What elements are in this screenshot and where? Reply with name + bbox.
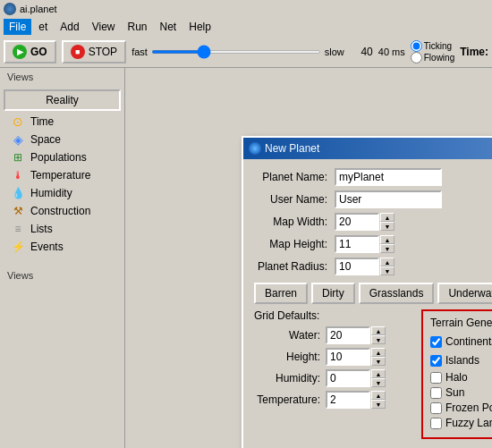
menu-help[interactable]: Help [183, 19, 216, 35]
menu-bar: File et Add View Run Net Help [0, 18, 492, 36]
water-input[interactable] [326, 326, 370, 344]
sidebar-item-time[interactable]: ⊙ Time [4, 113, 121, 131]
views-title: Views [0, 68, 124, 86]
underwater-button[interactable]: Underwater [437, 283, 492, 304]
water-down[interactable]: ▼ [371, 335, 386, 344]
barren-button[interactable]: Barren [254, 283, 308, 304]
map-width-spinners: ▲ ▼ [380, 213, 394, 231]
halo-checkbox[interactable] [430, 372, 442, 384]
sidebar-item-construction[interactable]: ⚒ Construction [4, 202, 121, 220]
map-height-input[interactable] [335, 235, 379, 253]
water-up[interactable]: ▲ [371, 326, 386, 335]
temperature-row: Temperature: ▲ ▼ [254, 391, 412, 409]
planet-radius-down[interactable]: ▼ [380, 266, 394, 275]
height-input[interactable] [326, 348, 370, 366]
lists-icon: ≡ [11, 222, 25, 236]
menu-et[interactable]: et [33, 19, 53, 35]
continents-checkbox[interactable] [430, 336, 442, 348]
construction-icon: ⚒ [11, 204, 25, 218]
planet-name-input[interactable] [335, 168, 442, 186]
populations-icon: ⊞ [11, 150, 25, 165]
sidebar-views-section: Views [0, 266, 124, 284]
sidebar-space-label: Space [30, 133, 61, 146]
content-area: New Planet ─ □ ✕ Planet Name: User Name: [125, 68, 492, 448]
user-name-input[interactable] [335, 190, 442, 208]
terrain-gen-title: Terrain Generation: [430, 317, 492, 329]
map-width-input[interactable] [335, 213, 379, 231]
humidity-down[interactable]: ▼ [371, 378, 386, 387]
sidebar: Views Reality ⊙ Time ◈ Space ⊞ Populatio… [0, 68, 125, 448]
map-width-label: Map Width: [254, 216, 335, 228]
speed-slider[interactable] [151, 50, 321, 54]
sidebar-item-humidity[interactable]: 💧 Humidity [4, 184, 121, 202]
continents-row: Continents ▲ ▼ [430, 334, 492, 350]
menu-view[interactable]: View [87, 19, 121, 35]
temperature-icon: 🌡 [11, 168, 25, 182]
main-layout: Views Reality ⊙ Time ◈ Space ⊞ Populatio… [0, 68, 492, 448]
sidebar-reality-section: Reality ⊙ Time ◈ Space ⊞ Populations 🌡 T… [4, 89, 121, 256]
planet-name-row: Planet Name: [254, 168, 492, 186]
planet-radius-label: Planet Radius: [254, 260, 335, 273]
reality-label: Reality [4, 89, 121, 111]
humidity-input[interactable] [326, 369, 370, 387]
planet-radius-up[interactable]: ▲ [380, 258, 394, 266]
space-icon: ◈ [11, 132, 25, 147]
water-row: Water: ▲ ▼ [254, 326, 412, 344]
speed-slow-label: slow [325, 46, 344, 57]
humidity-up[interactable]: ▲ [371, 369, 386, 378]
stop-icon: ■ [71, 45, 85, 59]
dirty-button[interactable]: Dirty [311, 283, 355, 304]
go-button[interactable]: ▶ GO [4, 40, 56, 63]
temperature-down[interactable]: ▼ [371, 400, 386, 409]
humidity-spinners: ▲ ▼ [371, 369, 386, 387]
sidebar-time-label: Time [30, 115, 54, 128]
height-up[interactable]: ▲ [371, 348, 386, 357]
height-spin: ▲ ▼ [326, 348, 386, 366]
fuzzy-land-checkbox[interactable] [430, 418, 442, 429]
ticking-radio[interactable] [411, 40, 422, 52]
title-bar: ai.planet [0, 0, 492, 18]
map-height-down[interactable]: ▼ [380, 244, 394, 253]
planet-radius-spinners: ▲ ▼ [380, 258, 394, 275]
temperature-up[interactable]: ▲ [371, 391, 386, 400]
map-height-up[interactable]: ▲ [380, 235, 394, 244]
temperature-input[interactable] [326, 391, 370, 409]
water-spin: ▲ ▼ [326, 326, 386, 344]
grasslands-button[interactable]: Grasslands [359, 283, 435, 304]
menu-add[interactable]: Add [55, 19, 84, 35]
fuzzy-land-row: Fuzzy Land [430, 417, 492, 429]
terrain-buttons: Barren Dirty Grasslands Underwater [254, 283, 492, 304]
height-down[interactable]: ▼ [371, 357, 386, 366]
islands-row: Islands ▲ ▼ [430, 352, 492, 368]
menu-run[interactable]: Run [123, 19, 153, 35]
islands-checkbox[interactable] [430, 355, 442, 367]
sidebar-populations-label: Populations [30, 151, 87, 164]
sun-label: Sun [445, 386, 492, 399]
humidity-row: Humidity: ▲ ▼ [254, 369, 412, 387]
user-name-row: User Name: [254, 190, 492, 208]
frozen-poles-checkbox[interactable] [430, 402, 442, 414]
planet-radius-input[interactable] [335, 258, 379, 275]
humidity-spin: ▲ ▼ [326, 369, 386, 387]
sidebar-item-populations[interactable]: ⊞ Populations [4, 148, 121, 166]
map-width-down[interactable]: ▼ [380, 222, 394, 231]
water-spinners: ▲ ▼ [371, 326, 386, 344]
stop-button[interactable]: ■ STOP [62, 40, 126, 63]
sidebar-item-space[interactable]: ◈ Space [4, 131, 121, 148]
sidebar-views-label: Views [0, 266, 124, 284]
menu-net[interactable]: Net [155, 19, 182, 35]
ms-display: 40 ms [378, 46, 405, 57]
height-row: Height: ▲ ▼ [254, 348, 412, 366]
map-width-up[interactable]: ▲ [380, 213, 394, 222]
sun-row: Sun [430, 386, 492, 399]
frozen-poles-row: Frozen Poles [430, 402, 492, 414]
sidebar-item-events[interactable]: ⚡ Events [4, 238, 121, 256]
sidebar-humidity-label: Humidity [30, 187, 72, 199]
planet-radius-row: Planet Radius: ▲ ▼ [254, 258, 492, 275]
sidebar-item-temperature[interactable]: 🌡 Temperature [4, 166, 121, 184]
sidebar-item-lists[interactable]: ≡ Lists [4, 220, 121, 238]
menu-file[interactable]: File [4, 19, 31, 35]
sun-checkbox[interactable] [430, 387, 442, 399]
height-label: Height: [254, 351, 326, 363]
flowing-radio[interactable] [411, 52, 422, 63]
